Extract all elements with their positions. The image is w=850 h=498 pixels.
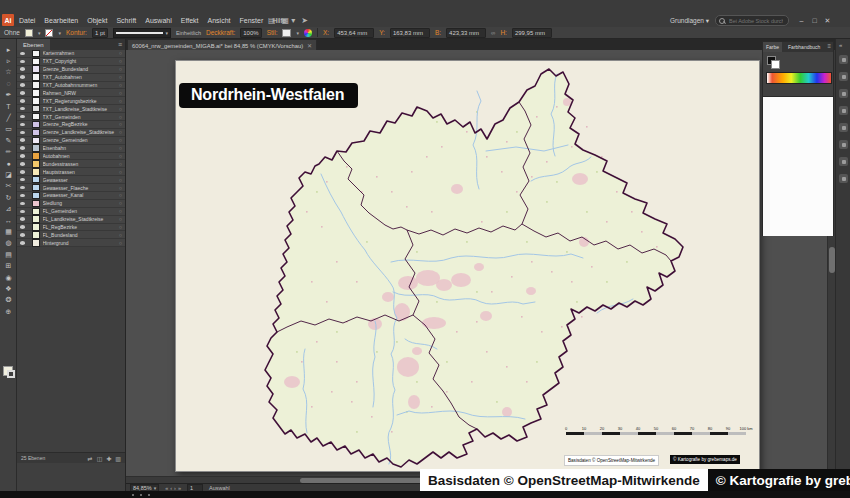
artboard-nav-icon-1[interactable]: ‹ [170, 485, 172, 491]
eye-icon[interactable] [20, 233, 25, 237]
hand-tool[interactable]: ❂ [0, 295, 17, 306]
minimize-icon[interactable]: – [795, 17, 808, 25]
eye-icon[interactable] [20, 194, 25, 198]
target-circle-icon[interactable]: ○ [119, 121, 122, 127]
shape-builder-tool[interactable]: ◍ [0, 238, 17, 249]
eye-icon[interactable] [20, 115, 25, 119]
recolor-artwork-icon[interactable] [304, 29, 312, 37]
eye-icon[interactable] [20, 138, 25, 142]
appearance-panel-icon[interactable] [839, 157, 848, 166]
collapse-dock-icon[interactable]: « [839, 42, 842, 48]
eye-icon[interactable] [20, 217, 25, 221]
panel-menu-icon[interactable]: ≡ [118, 41, 122, 48]
blend-tool[interactable]: ❖ [0, 283, 17, 294]
magic-wand-tool[interactable]: ☆ [0, 67, 17, 78]
gradient-tool[interactable]: ▤ [0, 249, 17, 260]
opacity-link[interactable]: Deckkraft: [206, 29, 235, 36]
panel-stroke-swatch[interactable] [771, 60, 780, 69]
target-circle-icon[interactable]: ○ [119, 208, 122, 214]
layers-footer-button-2[interactable]: ✚ [106, 455, 111, 462]
scale-tool[interactable]: ⊿ [0, 203, 17, 214]
layers-footer-button-0[interactable]: ⇄ [88, 455, 93, 462]
style-swatch[interactable] [282, 29, 291, 37]
eye-icon[interactable] [20, 91, 25, 95]
eye-icon[interactable] [20, 241, 25, 245]
workspace-switcher[interactable]: Grundlagen ▾ [670, 17, 709, 25]
artboard-nav-icon-3[interactable]: » [178, 485, 181, 491]
eye-icon[interactable] [20, 131, 25, 135]
artboard-nav-icon-0[interactable]: « [165, 485, 168, 491]
restore-icon[interactable]: □ [808, 17, 821, 25]
swatches-panel-icon[interactable] [839, 55, 848, 64]
menu-bar-icon-2[interactable]: ➤ [301, 16, 308, 25]
lasso-tool[interactable]: ◌ [0, 78, 17, 89]
stroke-width-field[interactable]: 1 pt [92, 28, 108, 38]
rotate-tool[interactable]: ↻ [0, 192, 17, 203]
eye-icon[interactable] [20, 107, 25, 111]
eye-icon[interactable] [20, 146, 25, 150]
menu-bar-icon-0[interactable]: ▤ [268, 16, 276, 25]
menu-bar-icon-1[interactable]: ▦ ▾ [282, 16, 296, 25]
eye-icon[interactable] [20, 75, 25, 79]
eyedropper-tool[interactable]: ◉ [0, 272, 17, 283]
fill-swatch[interactable] [25, 29, 33, 37]
menu-item-fenster[interactable]: Fenster [240, 17, 264, 24]
height-field[interactable]: 299,95 mm [512, 28, 552, 38]
blob-brush-tool[interactable]: ● [0, 158, 17, 169]
target-circle-icon[interactable]: ○ [119, 161, 122, 167]
pencil-tool[interactable]: ✏ [0, 147, 17, 158]
eye-icon[interactable] [20, 202, 25, 206]
stroke-link[interactable]: Kontur: [66, 29, 87, 36]
menu-item-bearbeiten[interactable]: Bearbeiten [44, 17, 78, 24]
brushes-panel-icon[interactable] [839, 72, 848, 81]
zoom-tool[interactable]: ⊕ [0, 306, 17, 317]
target-circle-icon[interactable]: ○ [119, 137, 122, 143]
eye-icon[interactable] [20, 99, 25, 103]
fill-stroke-indicator[interactable] [3, 366, 15, 378]
artboard-nav-icon-2[interactable]: › [174, 485, 176, 491]
target-circle-icon[interactable]: ○ [119, 66, 122, 72]
pen-tool[interactable]: ✒ [0, 90, 17, 101]
target-circle-icon[interactable]: ○ [119, 192, 122, 198]
target-circle-icon[interactable]: ○ [119, 200, 122, 206]
line-tool[interactable]: ╱ [0, 112, 17, 123]
graphic-styles-panel-icon[interactable] [839, 174, 848, 183]
gradient-panel-icon[interactable] [839, 123, 848, 132]
x-field[interactable]: 453,64 mm [334, 28, 374, 38]
stock-search[interactable] [715, 15, 789, 26]
target-circle-icon[interactable]: ○ [119, 232, 122, 238]
style-link[interactable]: Stil: [267, 29, 278, 36]
eye-icon[interactable] [20, 60, 25, 64]
link-dimensions-icon[interactable]: ∞ [491, 30, 495, 36]
target-circle-icon[interactable]: ○ [119, 106, 122, 112]
target-circle-icon[interactable]: ○ [119, 224, 122, 230]
target-circle-icon[interactable]: ○ [119, 114, 122, 120]
tab-farbhandbuch[interactable]: Farbhandbuch [785, 42, 823, 52]
eye-icon[interactable] [20, 162, 25, 166]
eraser-tool[interactable]: ◪ [0, 169, 17, 180]
close-icon[interactable]: ✕ [307, 42, 312, 49]
panel-menu-icon[interactable]: ≡ [827, 43, 831, 49]
width-profile-dropdown[interactable]: ▾ [113, 28, 171, 38]
target-circle-icon[interactable]: ○ [119, 177, 122, 183]
paintbrush-tool[interactable]: ✎ [0, 135, 17, 146]
layers-footer-button-1[interactable]: ◫ [97, 455, 103, 462]
eye-icon[interactable] [20, 225, 25, 229]
menu-item-datei[interactable]: Datei [19, 17, 35, 24]
selection-tool[interactable]: ▸ [0, 44, 17, 55]
stroke-panel-icon[interactable] [839, 106, 848, 115]
target-circle-icon[interactable]: ○ [119, 185, 122, 191]
eye-icon[interactable] [20, 170, 25, 174]
color-spectrum-bar[interactable] [766, 72, 832, 84]
tab-farbe[interactable]: Farbe [763, 42, 782, 52]
eye-icon[interactable] [20, 52, 25, 56]
eye-icon[interactable] [20, 186, 25, 190]
y-field[interactable]: 163,83 mm [390, 28, 430, 38]
eye-icon[interactable] [20, 67, 25, 71]
menu-item-effekt[interactable]: Effekt [181, 17, 199, 24]
layers-footer-button-3[interactable]: ▥ [115, 455, 121, 462]
target-circle-icon[interactable]: ○ [119, 90, 122, 96]
target-circle-icon[interactable]: ○ [119, 240, 122, 246]
target-circle-icon[interactable]: ○ [119, 74, 122, 80]
close-icon[interactable]: ✕ [821, 17, 834, 25]
